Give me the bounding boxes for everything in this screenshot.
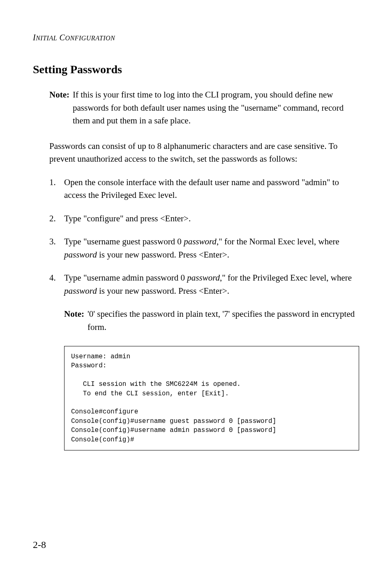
page-number: 2-8 [33,539,46,550]
note-text: If this is your first time to log into t… [73,88,359,128]
step-text: Type "username admin password 0 password… [64,272,359,297]
note-label: Note: [49,88,73,128]
section-heading: Setting Passwords [33,63,359,76]
chapter-header: INITIAL CONFIGURATION [33,33,359,42]
note-label: Note: [64,308,88,334]
code-block: Username: admin Password: CLI session wi… [64,346,359,450]
note-block-2: Note: '0' specifies the password in plai… [64,308,359,334]
header-text-3: C [57,33,65,42]
header-text-4: ONFIGURATION [65,35,115,42]
list-item: 4. Type "username admin password 0 passw… [49,272,359,297]
step-number: 3. [49,235,64,261]
step-text: Type "username guest password 0 password… [64,235,359,261]
note-text: '0' specifies the password in plain text… [88,308,359,334]
intro-paragraph: Passwords can consist of up to 8 alphanu… [49,140,359,166]
note-block-1: Note: If this is your first time to log … [49,88,359,128]
list-item: 2. Type "configure" and press <Enter>. [49,212,359,225]
step-text: Open the console interface with the defa… [64,176,359,202]
step-text: Type "configure" and press <Enter>. [64,212,359,225]
step-number: 2. [49,212,64,225]
header-text-2: NITIAL [36,35,57,42]
list-item: 3. Type "username guest password 0 passw… [49,235,359,261]
step-number: 1. [49,176,64,202]
list-item: 1. Open the console interface with the d… [49,176,359,202]
step-number: 4. [49,272,64,297]
steps-list: 1. Open the console interface with the d… [49,176,359,298]
